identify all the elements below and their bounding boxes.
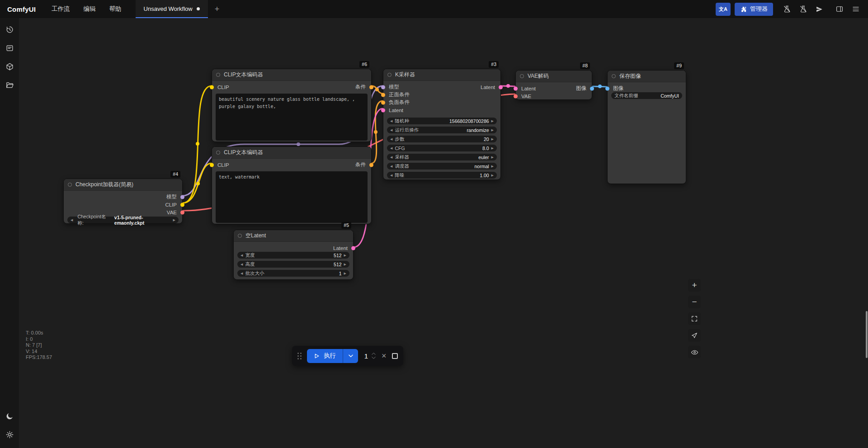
node-save-image[interactable]: #9 保存图像 图像 文件名前缀 ComfyUI — [607, 70, 686, 184]
dec-arrow[interactable]: ◀ — [390, 137, 392, 141]
toggle-link-visibility-button[interactable] — [688, 346, 701, 358]
cond-output-dot[interactable] — [369, 85, 373, 89]
share-button[interactable] — [813, 3, 826, 15]
input-slot-negative[interactable]: 负面条件 — [383, 99, 500, 106]
stop-button[interactable] — [392, 353, 398, 359]
combo-left-arrow[interactable]: ◀ — [71, 218, 73, 222]
flask-off-button-1[interactable] — [781, 3, 793, 15]
node-ksampler[interactable]: #3 K采样器 模型 正面条件 负面条件 Latent Laten — [383, 69, 501, 180]
control-after-generate-widget[interactable]: ◀ 运行后操作 randomize ▶ — [387, 127, 497, 133]
latent-input-dot[interactable] — [381, 108, 385, 112]
input-slot-vae[interactable]: VAE — [516, 92, 592, 100]
fit-view-button[interactable] — [688, 312, 701, 325]
node-clip-encode-positive[interactable]: #6 CLIP文本编码器 CLIP 条件 beautiful scenery n… — [212, 69, 372, 142]
input-slot-latent[interactable]: Latent — [383, 106, 500, 114]
inc-arrow[interactable]: ▶ — [491, 119, 494, 123]
input-slot-positive[interactable]: 正面条件 — [383, 91, 500, 99]
collapse-dot[interactable] — [238, 234, 242, 238]
collapse-dot[interactable] — [520, 74, 524, 78]
dec-arrow[interactable]: ◀ — [390, 128, 392, 132]
dec-arrow[interactable]: ◀ — [241, 263, 243, 266]
vae-input-dot[interactable] — [514, 94, 518, 98]
dec-arrow[interactable]: ◀ — [390, 174, 392, 177]
prompt-textarea[interactable]: text, watermark — [216, 171, 368, 223]
steps-widget[interactable]: ◀ 步数 20 ▶ — [387, 136, 497, 142]
drag-handle[interactable] — [297, 353, 302, 359]
model-library-button[interactable] — [4, 61, 16, 73]
inc-arrow[interactable]: ▶ — [491, 165, 494, 168]
canvas-scrollbar[interactable] — [866, 311, 868, 358]
batch-count-value[interactable]: 1 — [363, 352, 369, 360]
collapse-dot[interactable] — [612, 74, 616, 78]
inc-arrow[interactable]: ▶ — [344, 272, 346, 275]
dec-arrow[interactable]: ◀ — [390, 156, 392, 159]
collapse-dot[interactable] — [387, 73, 392, 77]
run-options-button[interactable] — [343, 349, 358, 363]
scheduler-widget[interactable]: ◀ 调度器 normal ▶ — [387, 163, 497, 170]
inc-arrow[interactable]: ▶ — [491, 128, 494, 132]
negative-input-dot[interactable] — [381, 100, 385, 104]
translate-button[interactable]: 文A — [716, 3, 731, 16]
clip-slot-dot[interactable] — [180, 203, 184, 207]
inc-arrow[interactable]: ▶ — [491, 174, 494, 177]
latent-input-dot[interactable] — [514, 86, 518, 90]
flask-off-button-2[interactable] — [797, 3, 809, 15]
image-input-dot[interactable] — [605, 86, 609, 90]
inc-arrow[interactable]: ▶ — [491, 156, 494, 159]
collapse-dot[interactable] — [68, 183, 72, 187]
denoise-widget[interactable]: ◀ 降噪 1.00 ▶ — [387, 172, 497, 179]
menu-help[interactable]: 帮助 — [103, 0, 128, 18]
dec-arrow[interactable]: ◀ — [390, 165, 392, 168]
output-slot-latent[interactable]: Latent — [234, 244, 353, 252]
inc-arrow[interactable]: ▶ — [344, 263, 346, 266]
stepper-up-icon[interactable] — [371, 352, 376, 355]
height-widget[interactable]: ◀ 高度 512 ▶ — [237, 261, 349, 268]
node-checkpoint-loader[interactable]: #4 Checkpoint加载器(简易) 模型 CLIP VAE ◀ Check… — [63, 179, 183, 224]
ckpt-name-combo[interactable]: ◀ Checkpoint名称: v1-5-pruned-emaonly.ckpt… — [67, 217, 179, 223]
output-slot-vae[interactable]: VAE — [64, 208, 182, 216]
output-slot-model[interactable]: 模型 — [64, 193, 182, 201]
stepper-down-icon[interactable] — [371, 356, 376, 359]
node-canvas[interactable]: #4 Checkpoint加载器(简易) 模型 CLIP VAE ◀ Check… — [0, 0, 868, 448]
input-slot-image[interactable]: 图像 — [608, 85, 686, 92]
node-header[interactable]: Checkpoint加载器(简易) — [64, 179, 182, 191]
collapse-dot[interactable] — [216, 73, 220, 77]
prompt-textarea[interactable]: beautiful scenery nature glass bottle la… — [216, 94, 368, 141]
inc-arrow[interactable]: ▶ — [491, 146, 494, 150]
inc-arrow[interactable]: ▶ — [491, 137, 494, 141]
new-workflow-tab-button[interactable]: + — [208, 0, 226, 18]
node-header[interactable]: K采样器 — [383, 69, 500, 81]
positive-input-dot[interactable] — [381, 93, 385, 97]
dec-arrow[interactable]: ◀ — [390, 146, 392, 150]
node-header[interactable]: VAE解码 — [516, 71, 592, 82]
clip-input-dot[interactable] — [210, 163, 214, 167]
manager-button[interactable]: 管理器 — [735, 3, 773, 16]
filename-prefix-widget[interactable]: 文件名前缀 ComfyUI — [611, 92, 682, 99]
node-header[interactable]: 空Latent — [234, 230, 353, 242]
slot-row[interactable]: CLIP 条件 — [212, 161, 371, 169]
dec-arrow[interactable]: ◀ — [241, 254, 243, 257]
node-header[interactable]: CLIP文本编码器 — [212, 69, 371, 81]
vae-slot-dot[interactable] — [180, 210, 184, 214]
output-slot-image[interactable]: 图像 — [571, 85, 592, 92]
main-menu-button[interactable] — [849, 3, 862, 15]
batch-size-widget[interactable]: ◀ 批次大小 1 ▶ — [237, 270, 349, 277]
sampler-widget[interactable]: ◀ 采样器 euler ▶ — [387, 154, 497, 160]
node-empty-latent[interactable]: #5 空Latent Latent ◀ 宽度 512 ▶ ◀ 高度 512 ▶ … — [233, 230, 354, 280]
node-header[interactable]: 保存图像 — [608, 71, 686, 82]
cfg-widget[interactable]: ◀ CFG 8.0 ▶ — [387, 145, 497, 151]
theme-toggle-button[interactable] — [4, 410, 16, 422]
workflows-browser-button[interactable] — [4, 79, 16, 91]
dec-arrow[interactable]: ◀ — [390, 119, 392, 123]
settings-button[interactable] — [4, 429, 16, 441]
collapse-dot[interactable] — [216, 151, 220, 155]
cond-output-dot[interactable] — [369, 163, 373, 167]
zoom-in-button[interactable]: + — [688, 279, 701, 292]
latent-output-dot[interactable] — [499, 85, 503, 89]
node-clip-encode-negative[interactable]: CLIP文本编码器 CLIP 条件 text, watermark — [212, 146, 372, 224]
model-slot-dot[interactable] — [180, 195, 184, 199]
output-slot-latent[interactable]: Latent — [475, 83, 500, 91]
clear-queue-button[interactable]: × — [382, 352, 387, 360]
menu-workflow[interactable]: 工作流 — [45, 0, 77, 18]
node-vae-decode[interactable]: #8 VAE解码 Latent VAE 图像 — [515, 70, 592, 100]
